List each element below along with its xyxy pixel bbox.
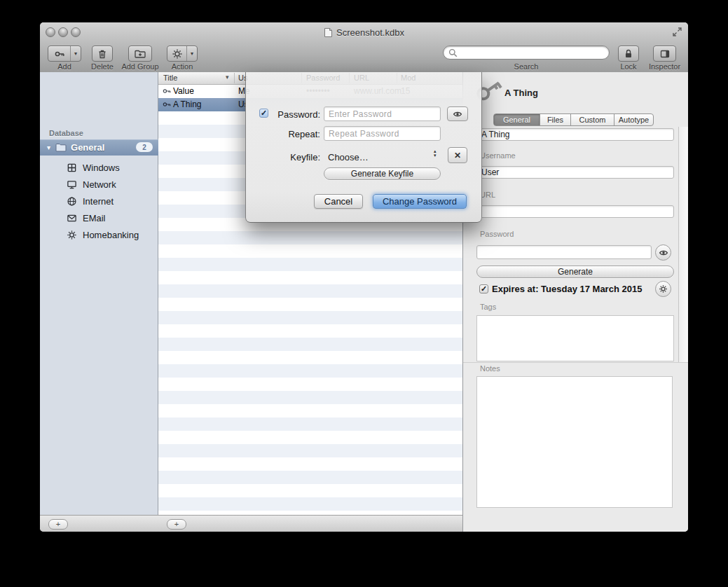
change-password-button[interactable]: Change Password (373, 194, 467, 209)
magnifier-icon (448, 48, 458, 57)
inspector-button[interactable] (653, 46, 676, 62)
sidebar-item-internet[interactable]: Internet (40, 193, 158, 209)
disclosure-triangle-icon[interactable]: ▾ (47, 144, 50, 151)
group-count-badge: 2 (136, 142, 153, 152)
expires-checkbox[interactable]: ✓ (479, 284, 488, 294)
delete-label: Delete (85, 62, 120, 71)
title-bar: Screenshot.kdbx (40, 22, 688, 42)
document-icon (324, 27, 333, 38)
chevron-down-icon[interactable]: ▾ (186, 46, 197, 61)
generate-keyfile-button[interactable]: Generate Keyfile (324, 167, 441, 180)
inspector-scrollbar[interactable] (678, 127, 688, 362)
chevron-down-icon[interactable]: ▾ (70, 46, 81, 61)
lock-label: Lock (611, 62, 646, 71)
inspector-title-field[interactable] (476, 128, 674, 141)
zoom-button[interactable] (71, 27, 81, 37)
notes-input[interactable] (476, 376, 673, 508)
clear-keyfile-button[interactable]: ✕ (448, 147, 467, 163)
sidebar-group-label: General (71, 142, 104, 153)
column-divider[interactable] (234, 73, 235, 83)
key-icon (48, 48, 70, 60)
keyfile-popup-value[interactable]: Choose… (328, 152, 369, 163)
eye-icon (659, 249, 668, 257)
reveal-password-button[interactable] (655, 244, 671, 261)
add-group-label: Add Group (119, 62, 161, 71)
change-password-sheet: ✓ Password: Repeat: Keyfile: Choose… ▴ ▾… (245, 72, 482, 223)
sidebar-bottom-bar: + (40, 515, 158, 532)
dialog-password-label: Password: (246, 109, 320, 120)
dialog-reveal-password-button[interactable] (447, 106, 468, 121)
app-window: Screenshot.kdbx ▾ Add Entry Delete Add G (40, 22, 688, 532)
sidebar-item-windows[interactable]: Windows (40, 159, 158, 176)
expires-settings-button[interactable] (655, 281, 671, 297)
dialog-keyfile-label: Keyfile: (246, 152, 320, 163)
action-label: Action (167, 62, 198, 71)
popup-stepper-icon[interactable]: ▴ ▾ (434, 149, 437, 158)
gear-icon (67, 230, 77, 240)
notes-label: Notes (480, 364, 500, 373)
generate-password-button[interactable]: Generate (476, 265, 674, 278)
delete-button[interactable] (92, 46, 113, 62)
action-button[interactable]: ▾ (167, 46, 198, 62)
add-entry-button[interactable]: ▾ (48, 46, 81, 62)
entry-title: Value (173, 86, 194, 96)
sidebar-group-general[interactable]: ▾ General 2 (40, 139, 158, 156)
lock-button[interactable] (618, 46, 639, 62)
network-icon (67, 179, 77, 190)
url-label: URL (480, 191, 495, 199)
dialog-repeat-label: Repeat: (246, 129, 320, 139)
username-field[interactable] (476, 166, 674, 179)
sidebar-item-label: Network (83, 179, 116, 190)
password-label: Password (480, 230, 514, 238)
sort-indicator-icon[interactable]: ▾ (226, 74, 229, 81)
key-icon (163, 100, 171, 109)
sidebar-item-network[interactable]: Network (40, 176, 158, 193)
add-entry-plus-button[interactable]: + (167, 519, 186, 530)
search-input[interactable] (460, 47, 603, 58)
window-title: Screenshot.kdbx (336, 27, 404, 38)
search-label: Search (505, 62, 547, 71)
tab-general[interactable]: General (493, 113, 540, 126)
folder-plus-icon (134, 48, 146, 60)
sidebar-header: Database (49, 129, 83, 137)
gear-icon (659, 284, 668, 294)
tags-label: Tags (480, 303, 496, 311)
sidebar-item-email[interactable]: EMail (40, 209, 158, 226)
desktop: { "window": { "title": "Screenshot.kdbx"… (0, 0, 728, 587)
url-field[interactable] (476, 205, 674, 218)
trash-icon (97, 48, 108, 60)
add-group-button[interactable] (128, 46, 152, 62)
inspector-label: Inspector (645, 62, 685, 71)
tab-autotype[interactable]: Autotype (614, 113, 654, 126)
dialog-repeat-input[interactable] (324, 126, 441, 141)
gear-icon (167, 48, 186, 60)
window-chrome: Screenshot.kdbx ▾ Add Entry Delete Add G (40, 22, 688, 73)
dialog-password-input[interactable] (324, 106, 441, 121)
minimize-button[interactable] (58, 27, 68, 37)
tab-custom[interactable]: Custom (570, 113, 614, 126)
column-header-title[interactable]: Title (163, 74, 177, 82)
section-divider (463, 362, 688, 363)
envelope-icon (67, 213, 77, 223)
add-group-plus-button[interactable]: + (48, 519, 68, 530)
window-title-group: Screenshot.kdbx (324, 27, 404, 38)
cancel-button[interactable]: Cancel (314, 194, 363, 209)
inspector-panel-icon (659, 48, 671, 60)
sidebar-item-label: Homebanking (83, 230, 139, 240)
inspector-entry-title: A Thing (504, 88, 538, 98)
tags-input[interactable] (476, 315, 674, 361)
entry-title: A Thing (173, 99, 201, 109)
stepper-down-icon[interactable]: ▾ (434, 153, 437, 158)
sidebar-item-homebanking[interactable]: Homebanking (40, 226, 158, 243)
username-label: Username (480, 151, 516, 160)
fullscreen-icon[interactable] (672, 27, 682, 37)
windows-icon (67, 163, 77, 173)
sidebar-item-label: Windows (83, 163, 120, 173)
key-icon (163, 87, 171, 95)
sidebar (40, 72, 158, 515)
password-field[interactable] (476, 245, 652, 259)
search-field[interactable] (443, 46, 610, 60)
tab-files[interactable]: Files (540, 113, 571, 126)
sidebar-item-label: EMail (83, 213, 106, 223)
close-button[interactable] (46, 27, 55, 37)
